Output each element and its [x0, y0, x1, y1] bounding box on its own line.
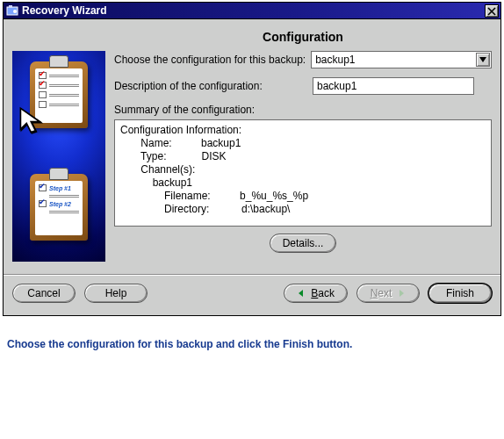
desc-field-value: backup1 — [317, 80, 356, 92]
config-combo-button[interactable] — [476, 53, 490, 67]
page-title: Configuration — [114, 30, 492, 44]
details-button[interactable]: Details... — [270, 234, 337, 253]
close-icon — [487, 7, 496, 16]
next-button: Next — [356, 284, 420, 303]
app-icon — [6, 4, 18, 17]
button-bar: Cancel Help Back Next Finish — [4, 274, 500, 315]
desc-label: Description of the configuration: — [114, 80, 307, 92]
summary-label: Summary of the configuration: — [114, 104, 492, 116]
svg-rect-1 — [9, 5, 12, 8]
svg-point-2 — [13, 10, 17, 13]
finish-button[interactable]: Finish — [428, 284, 492, 303]
summary-textarea[interactable]: Configuration Information: Name: backup1… — [114, 119, 492, 227]
arrow-right-icon — [397, 289, 406, 298]
config-combo[interactable]: backup1 — [311, 51, 492, 68]
config-combo-value: backup1 — [315, 54, 355, 66]
svg-marker-7 — [299, 290, 303, 297]
back-button[interactable]: Back — [284, 284, 348, 303]
wizard-illustration: Step #1 Step #2 — [12, 51, 105, 262]
instruction-text: Choose the configuration for this backup… — [7, 338, 352, 350]
config-label: Choose the configuration for this backup… — [114, 54, 306, 66]
titlebar: Recovery Wizard — [4, 3, 500, 19]
clipboard-bottom: Step #1 Step #2 — [30, 174, 88, 241]
desc-field[interactable]: backup1 — [313, 77, 474, 95]
recovery-wizard-dialog: Recovery Wizard — [3, 2, 501, 316]
clipboard-top — [30, 61, 88, 128]
close-button[interactable] — [485, 4, 499, 18]
cancel-button[interactable]: Cancel — [12, 284, 76, 303]
svg-marker-6 — [479, 57, 486, 62]
arrow-left-icon — [297, 289, 306, 298]
help-button[interactable]: Help — [84, 284, 148, 303]
chevron-down-icon — [479, 57, 486, 62]
svg-marker-8 — [400, 290, 404, 297]
window-title: Recovery Wizard — [22, 4, 107, 17]
